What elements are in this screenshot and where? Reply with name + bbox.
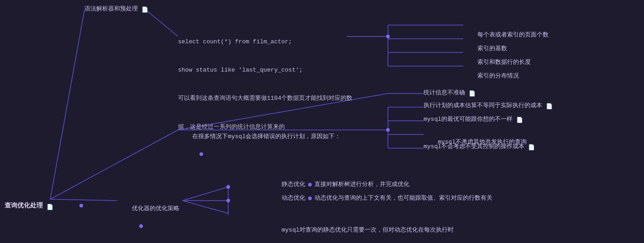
optimizer-strategy-node: 优化器的优化策略 bbox=[118, 195, 179, 243]
syntax-parser-note-icon bbox=[141, 5, 148, 12]
root-dot bbox=[57, 191, 83, 220]
static-opt-desc: 直接对解析树进行分析，并完成优化 bbox=[314, 180, 409, 189]
mind-map: 查询优化处理 语法解析器和预处理 select count(*) from fi… bbox=[0, 0, 644, 243]
svg-point-23 bbox=[226, 199, 230, 202]
wrong-plan-1-label: 执行计划的成本估算不等同于实际执行的成本 bbox=[424, 101, 542, 110]
svg-point-22 bbox=[226, 185, 230, 189]
once-opt-line-1: mysql对查询的静态优化只需要一次，但对动态优化在每次执行时 bbox=[282, 226, 454, 235]
once-opt-note-node: mysql对查询的静态优化只需要一次，但对动态优化在每次执行时 都需要重新评估 bbox=[282, 208, 454, 243]
svg-line-3 bbox=[146, 10, 178, 36]
stats-inaccurate-note-icon bbox=[469, 89, 475, 96]
svg-point-25 bbox=[386, 128, 390, 132]
stats-inaccurate-node: 统计信息不准确 bbox=[424, 88, 475, 98]
code-line-2: show status like 'last_query_cost'; bbox=[178, 66, 352, 75]
code-line-1: select count(*) from film_actor; bbox=[178, 37, 352, 47]
svg-point-28 bbox=[139, 224, 143, 228]
syntax-parser-node: 语法解析器和预处理 bbox=[84, 5, 148, 14]
wrong-plan-item-4: mysql不会考虑不受其控制的操作成本 bbox=[424, 142, 534, 151]
wrong-plan-2-label: mysql的最优可能跟你想的不一样 bbox=[424, 115, 513, 124]
wrong-plan-4-label: mysql不会考虑不受其控制的操作成本 bbox=[424, 142, 524, 151]
stats-inaccurate-label: 统计信息不准确 bbox=[424, 88, 465, 98]
wrong-plan-label: 在很多情况下mysql会选择错误的执行计划，原因如下： bbox=[192, 133, 340, 140]
root-node: 查询优化处理 bbox=[5, 191, 83, 220]
svg-point-26 bbox=[79, 204, 83, 207]
dynamic-opt-desc: 动态优化与查询的上下文有关，也可能跟取值、索引对应的行数有关 bbox=[314, 194, 492, 203]
svg-point-30 bbox=[308, 196, 312, 200]
wrong-plan-label-node: 在很多情况下mysql会选择错误的执行计划，原因如下： bbox=[178, 123, 340, 176]
wrong-plan-item-2: mysql的最优可能跟你想的不一样 bbox=[424, 115, 523, 124]
wrong-plan-4-note-icon bbox=[528, 143, 534, 150]
stat-4-label: 索引的分布情况 bbox=[477, 72, 519, 79]
svg-line-2 bbox=[50, 130, 178, 199]
wrong-plan-2-note-icon bbox=[516, 116, 523, 122]
dynamic-opt-node: 动态优化 动态优化与查询的上下文有关，也可能跟取值、索引对应的行数有关 bbox=[282, 194, 492, 203]
code-line-3: 可以看到这条查询语句大概需要做1104个数据页才能找到对应的数 bbox=[178, 94, 352, 103]
svg-line-20 bbox=[183, 201, 228, 213]
syntax-parser-label: 语法解析器和预处理 bbox=[84, 5, 138, 14]
root-label: 查询优化处理 bbox=[5, 201, 43, 211]
static-opt-node: 静态优化 直接对解析树进行分析，并完成优化 bbox=[282, 180, 409, 189]
stat-item-4: 索引的分布情况 bbox=[463, 62, 519, 89]
svg-point-29 bbox=[308, 183, 312, 186]
root-note-icon bbox=[47, 202, 53, 209]
svg-point-27 bbox=[199, 152, 203, 156]
dynamic-opt-label: 动态优化 bbox=[282, 194, 305, 203]
svg-point-24 bbox=[386, 35, 390, 38]
svg-line-18 bbox=[183, 187, 228, 201]
svg-line-0 bbox=[50, 10, 84, 199]
optimizer-strategy-label: 优化器的优化策略 bbox=[132, 205, 179, 212]
wrong-plan-1-note-icon bbox=[546, 102, 552, 109]
wrong-plan-item-1: 执行计划的成本估算不等同于实际执行的成本 bbox=[424, 101, 552, 110]
static-opt-label: 静态优化 bbox=[282, 180, 305, 189]
